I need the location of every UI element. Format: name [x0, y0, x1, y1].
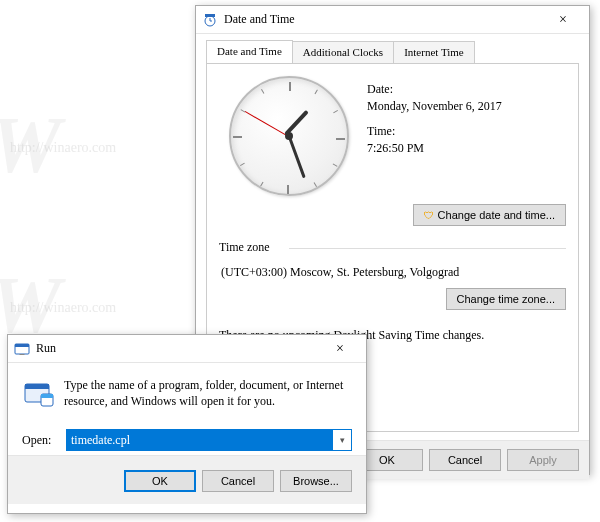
- watermark: http://winaero.com: [10, 300, 116, 316]
- tab-strip: Date and Time Additional Clocks Internet…: [206, 40, 579, 64]
- close-button[interactable]: ×: [543, 9, 583, 31]
- date-time-icon: [202, 12, 218, 28]
- time-zone-section-label: Time zone: [219, 240, 566, 255]
- svg-rect-1: [205, 14, 215, 17]
- open-input[interactable]: [67, 430, 333, 450]
- change-time-zone-button[interactable]: Change time zone...: [446, 288, 566, 310]
- window-title: Date and Time: [224, 12, 543, 27]
- analog-clock: [229, 76, 349, 196]
- shield-icon: 🛡: [424, 210, 434, 221]
- ok-button[interactable]: OK: [124, 470, 196, 492]
- time-label: Time:: [367, 124, 566, 139]
- run-window: Run × Type the name of a program, folder…: [7, 334, 367, 514]
- apply-button[interactable]: Apply: [507, 449, 579, 471]
- close-button[interactable]: ×: [320, 338, 360, 360]
- open-combobox[interactable]: ▾: [66, 429, 352, 451]
- date-value: Monday, November 6, 2017: [367, 99, 566, 114]
- titlebar: Date and Time ×: [196, 6, 589, 34]
- tab-additional-clocks[interactable]: Additional Clocks: [292, 41, 394, 64]
- cancel-button[interactable]: Cancel: [429, 449, 501, 471]
- svg-rect-7: [25, 384, 49, 389]
- change-date-time-button[interactable]: 🛡 Change date and time...: [413, 204, 566, 226]
- svg-rect-5: [15, 344, 29, 347]
- chevron-down-icon[interactable]: ▾: [333, 435, 351, 445]
- titlebar: Run ×: [8, 335, 366, 363]
- run-description: Type the name of a program, folder, docu…: [64, 377, 352, 411]
- cancel-button[interactable]: Cancel: [202, 470, 274, 492]
- dialog-footer: OK Cancel Browse...: [8, 455, 366, 504]
- open-label: Open:: [22, 433, 66, 448]
- tab-date-and-time[interactable]: Date and Time: [206, 40, 293, 63]
- time-zone-value: (UTC+03:00) Moscow, St. Petersburg, Volg…: [221, 265, 564, 280]
- run-dialog-icon: [22, 377, 56, 411]
- date-label: Date:: [367, 82, 566, 97]
- window-title: Run: [36, 341, 320, 356]
- time-value: 7:26:50 PM: [367, 141, 566, 156]
- change-date-time-label: Change date and time...: [438, 209, 555, 221]
- tab-internet-time[interactable]: Internet Time: [393, 41, 475, 64]
- run-icon: [14, 341, 30, 357]
- watermark: http://winaero.com: [10, 140, 116, 156]
- browse-button[interactable]: Browse...: [280, 470, 352, 492]
- svg-rect-9: [41, 394, 53, 398]
